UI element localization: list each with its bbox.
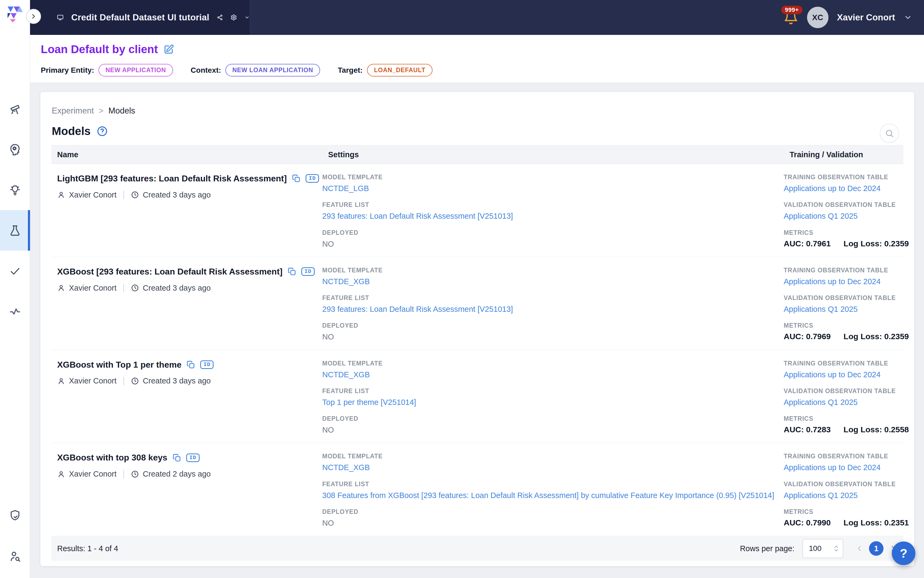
person-icon [57,377,65,385]
deployed-label: DEPLOYED [322,508,784,515]
sidebar-item-approvals[interactable] [0,251,30,291]
rows-per-page-value: 100 [809,544,822,553]
model-template-link[interactable]: NCTDE_LGB [322,183,784,193]
feature-list-label: FEATURE LIST [322,481,784,488]
validation-table-label: VALIDATION OBSERVATION TABLE [784,481,909,488]
feature-list-link[interactable]: 293 features: Loan Default Risk Assessme… [322,211,784,221]
model-author: Xavier Conort [69,284,117,292]
training-table-link[interactable]: Applications up to Dec 2024 [784,463,909,472]
model-name[interactable]: XGBoost with Top 1 per theme [57,360,182,370]
featurebyte-logo [6,5,24,23]
model-name[interactable]: XGBoost with top 308 keys [57,453,167,463]
primary-entity-badge[interactable]: NEW APPLICATION [99,64,173,76]
model-template-label: MODEL TEMPLATE [322,174,784,181]
section-title: Models [52,125,91,138]
validation-table-link[interactable]: Applications Q1 2025 [784,490,909,500]
page-title: Loan Default by client [41,43,158,56]
search-button[interactable] [880,124,899,143]
model-template-link[interactable]: NCTDE_XGB [322,370,784,380]
validation-table-link[interactable]: Applications Q1 2025 [784,304,909,314]
validation-table-label: VALIDATION OBSERVATION TABLE [784,201,909,208]
clock-icon [131,284,139,292]
sidebar-item-governance[interactable] [0,503,30,528]
project-chevron-down-icon[interactable] [245,13,250,22]
copy-icon[interactable] [292,174,301,183]
validation-table-label: VALIDATION OBSERVATION TABLE [784,388,909,395]
log-loss-metric: Log Loss: 0.2359 [843,239,909,248]
model-created: Created 2 days ago [143,469,211,479]
copy-icon[interactable] [186,360,195,369]
previous-page-icon[interactable] [855,544,864,553]
activity-pulse-icon [9,305,21,318]
context-label: Context: [191,66,221,75]
avatar[interactable]: XC [807,7,828,28]
sidebar-item-user-directory[interactable] [0,544,30,568]
context-badge[interactable]: NEW LOAN APPLICATION [225,64,320,76]
copy-icon[interactable] [172,453,182,462]
training-table-link[interactable]: Applications up to Dec 2024 [784,277,909,286]
sidebar-item-ai-insights[interactable] [0,129,30,170]
gear-icon[interactable] [230,12,237,23]
model-name[interactable]: XGBoost [293 features: Loan Default Risk… [57,267,282,277]
column-header-training: Training / Validation [784,150,903,159]
edit-pencil-icon[interactable] [163,44,174,55]
training-table-link[interactable]: Applications up to Dec 2024 [784,183,909,193]
rows-per-page-select[interactable]: 100 [802,539,843,558]
project-selector: Credit Default Dataset UI tutorial [30,0,250,35]
validation-table-link[interactable]: Applications Q1 2025 [784,211,909,221]
feature-list-label: FEATURE LIST [322,388,784,395]
user-name: Xavier Conort [837,12,895,23]
notification-badge: 999+ [781,6,803,14]
model-template-link[interactable]: NCTDE_XGB [322,277,784,286]
help-circle-icon[interactable] [97,126,108,137]
id-icon[interactable]: ID [301,267,315,276]
id-icon[interactable]: ID [306,174,319,183]
clock-icon [131,377,139,385]
log-loss-metric: Log Loss: 0.2351 [843,518,909,527]
sidebar-bottom-nav [0,503,30,568]
page-number-button[interactable]: 1 [869,541,883,556]
model-template-link[interactable]: NCTDE_XGB [322,463,784,472]
metrics-label: METRICS [784,229,909,236]
id-icon[interactable]: ID [186,453,199,462]
auc-metric: AUC: 0.7990 [784,518,831,527]
feature-list-link[interactable]: 293 features: Loan Default Risk Assessme… [322,304,784,314]
model-created: Created 3 days ago [143,377,211,385]
metrics-label: METRICS [784,322,909,329]
table-header: Name Settings Training / Validation [51,145,903,164]
model-template-label: MODEL TEMPLATE [322,267,784,274]
sidebar-expand-button[interactable] [26,9,41,24]
project-title: Credit Default Dataset UI tutorial [71,12,209,23]
deployed-label: DEPLOYED [322,322,784,329]
target-badge[interactable]: LOAN_DEFAULT [367,64,433,76]
help-fab-button[interactable]: ? [892,542,916,565]
models-table: Name Settings Training / Validation Ligh… [51,145,903,561]
sidebar-item-explore[interactable] [0,89,30,129]
model-author: Xavier Conort [69,469,117,479]
column-header-name: Name [51,150,322,159]
table-row: XGBoost [293 features: Loan Default Risk… [51,257,903,350]
user-menu-chevron-icon[interactable] [904,13,912,22]
model-name[interactable]: LightGBM [293 features: Loan Default Ris… [57,174,287,183]
person-icon [57,284,65,292]
copy-icon[interactable] [287,267,297,276]
id-icon[interactable]: ID [200,360,214,369]
model-template-label: MODEL TEMPLATE [322,453,784,460]
training-table-label: TRAINING OBSERVATION TABLE [784,174,909,181]
notifications-button[interactable]: 999+ [783,10,798,25]
share-icon[interactable] [217,12,223,23]
table-row: XGBoost with Top 1 per theme ID Xavier C… [51,350,903,443]
sidebar-item-activity[interactable] [0,291,30,332]
validation-table-link[interactable]: Applications Q1 2025 [784,398,909,407]
feature-list-link[interactable]: Top 1 per theme [V251014] [322,398,784,407]
feature-list-link[interactable]: 308 Features from XGBoost [293 features:… [322,490,784,500]
sidebar-item-experiment[interactable] [0,210,30,251]
column-header-settings: Settings [322,150,784,159]
breadcrumb: Experiment > Models [52,106,135,116]
feature-list-label: FEATURE LIST [322,201,784,208]
search-icon [885,129,894,138]
breadcrumb-experiment[interactable]: Experiment [52,106,94,116]
training-table-link[interactable]: Applications up to Dec 2024 [784,370,909,380]
breadcrumb-separator: > [99,106,104,116]
sidebar-item-ideas[interactable] [0,170,30,210]
